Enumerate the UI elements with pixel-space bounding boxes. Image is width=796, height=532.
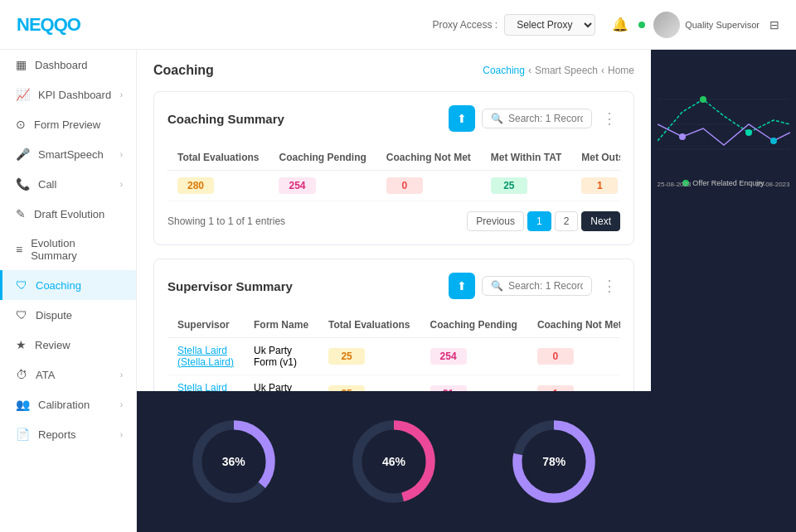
kpi-icon: 📈 [16, 88, 30, 101]
cell-met-outside-tat: 1 [571, 171, 620, 201]
filter-icon[interactable]: ⊟ [769, 18, 779, 31]
coaching-summary-table: Total Evaluations Coaching Pending Coach… [167, 145, 620, 201]
donut-2-label: 46% [382, 455, 405, 468]
sidebar-item-calibration[interactable]: 👥 Calibration › [0, 389, 136, 419]
donut-1: 36% [192, 420, 275, 503]
dashboard-icon: ▦ [16, 58, 27, 71]
badge-coaching-not-met: 0 [386, 177, 423, 194]
coaching-summary-header: Coaching Summary ⬆ 🔍 ⋮ [167, 105, 620, 132]
breadcrumb: Coaching ‹ Smart Speech ‹ Home [483, 65, 634, 76]
review-icon: ★ [16, 338, 27, 351]
sup-col-total-evals: Total Evaluations [318, 312, 420, 338]
page-2-button[interactable]: 2 [555, 211, 579, 231]
breadcrumb-smartspeech[interactable]: Smart Speech [535, 65, 598, 76]
badge-total-evals: 280 [177, 177, 214, 194]
sidebar-label-evolution: Evolution Summary [31, 237, 123, 262]
page-header: Coaching Coaching ‹ Smart Speech ‹ Home [153, 63, 634, 78]
coaching-pagination-btns: Previous 1 2 Next [467, 211, 620, 231]
evolution-icon: ≡ [16, 243, 22, 256]
supervisor-more-button[interactable]: ⋮ [599, 275, 620, 297]
sup-col-coaching-not-met: Coaching Not Met [527, 312, 620, 338]
donut-2: 46% [352, 420, 435, 503]
coaching-search-icon: 🔍 [491, 113, 503, 124]
breadcrumb-sep2: ‹ [601, 65, 604, 76]
top-bar: NEQQO Proxy Access : Select Proxy 🔔 Qual… [0, 0, 796, 50]
supervisor-search-box[interactable]: 🔍 [482, 276, 592, 296]
sidebar-label-dashboard: Dashboard [35, 59, 88, 71]
sup-cell-form-1: Uk Party Form (v1) [244, 338, 318, 375]
supervisor-row-1: Stella Laird (Stella.Laird) Uk Party For… [167, 338, 620, 375]
page-1-button[interactable]: 1 [527, 211, 551, 231]
sidebar: ▦ Dashboard 📈 KPI Dashboard › ⊙ Form Pre… [0, 50, 137, 532]
coaching-summary-card: Coaching Summary ⬆ 🔍 ⋮ Total Evaluations [153, 91, 634, 245]
sidebar-item-smartspeech[interactable]: 🎤 SmartSpeech › [0, 139, 136, 169]
col-coaching-pending: Coaching Pending [269, 145, 376, 171]
svg-point-10 [745, 129, 752, 136]
sup-cell-supervisor-1: Stella Laird (Stella.Laird) [167, 338, 244, 375]
cell-coaching-pending: 254 [269, 171, 376, 201]
proxy-select[interactable]: Select Proxy [504, 14, 595, 36]
sidebar-item-kpi[interactable]: 📈 KPI Dashboard › [0, 80, 136, 109]
sup-badge-total-1: 25 [328, 348, 365, 365]
reports-arrow: › [120, 430, 123, 439]
draft-icon: ✎ [16, 207, 26, 220]
sidebar-item-call[interactable]: 📞 Call › [0, 169, 136, 199]
cell-coaching-not-met: 0 [376, 171, 481, 201]
sidebar-item-ata[interactable]: ⏱ ATA › [0, 360, 136, 389]
previous-button[interactable]: Previous [467, 211, 524, 231]
svg-point-9 [700, 96, 706, 103]
sidebar-label-review: Review [35, 339, 70, 351]
col-met-outside-tat: Met Outside TAT [571, 145, 620, 171]
sup-badge-not-met-1: 0 [537, 348, 574, 365]
supervisor-share-button[interactable]: ⬆ [449, 273, 475, 299]
status-dot [638, 22, 645, 28]
badge-met-outside-tat: 1 [581, 177, 618, 194]
sidebar-item-dispute[interactable]: 🛡 Dispute [0, 300, 136, 330]
page-title: Coaching [153, 63, 214, 78]
avatar [653, 12, 680, 38]
supervisor-search-input[interactable] [508, 280, 583, 292]
proxy-label: Proxy Access : [432, 19, 498, 31]
sidebar-item-review[interactable]: ★ Review [0, 330, 136, 360]
sidebar-item-evolution[interactable]: ≡ Evolution Summary [0, 229, 136, 270]
coaching-pagination-row: Showing 1 to 1 of 1 entries Previous 1 2… [167, 211, 620, 231]
coaching-search-box[interactable]: 🔍 [482, 109, 592, 128]
sup-cell-total-1: 25 [318, 338, 420, 375]
coaching-more-button[interactable]: ⋮ [599, 108, 620, 129]
bell-icon[interactable]: 🔔 [612, 17, 629, 32]
sidebar-item-dashboard[interactable]: ▦ Dashboard [0, 50, 136, 80]
cell-total-evals: 280 [167, 171, 269, 201]
chart-date-1: 25-08-2023 [658, 181, 692, 188]
col-total-evals: Total Evaluations [167, 145, 269, 171]
supervisor-summary-title: Supervisor Summary [167, 279, 293, 293]
sidebar-item-form[interactable]: ⊙ Form Preview [0, 109, 136, 139]
sidebar-label-kpi: KPI Dashboard [38, 89, 111, 101]
supervisor-summary-header: Supervisor Summary ⬆ 🔍 ⋮ [167, 273, 620, 299]
smartspeech-arrow: › [120, 150, 123, 159]
coaching-search-input[interactable] [508, 113, 583, 124]
user-label: Quality Supervisor [685, 20, 760, 30]
donut-3-label: 78% [542, 455, 565, 468]
breadcrumb-coaching[interactable]: Coaching [483, 65, 525, 76]
next-button[interactable]: Next [581, 211, 620, 231]
sup-col-coaching-pending: Coaching Pending [420, 312, 527, 338]
donut-2-wrap: 46% [352, 420, 435, 503]
supervisor-link-1[interactable]: Stella Laird (Stella.Laird) [177, 345, 234, 368]
coaching-summary-title: Coaching Summary [167, 112, 284, 126]
coaching-summary-table-wrap: Total Evaluations Coaching Pending Coach… [167, 145, 620, 201]
breadcrumb-home[interactable]: Home [608, 65, 634, 76]
right-chart-panel: 25-08-2023 25-08-2023 Offer Related Enqu… [651, 50, 796, 532]
form-icon: ⊙ [16, 118, 26, 131]
smartspeech-icon: 🎤 [16, 148, 30, 161]
sidebar-item-draft[interactable]: ✎ Draft Evolution [0, 199, 136, 229]
badge-coaching-pending: 254 [279, 177, 315, 194]
bottom-charts-area: 36% 46% 78% [137, 391, 651, 532]
coaching-share-button[interactable]: ⬆ [449, 105, 475, 132]
svg-point-12 [770, 138, 777, 144]
chart-line-area: 25-08-2023 25-08-2023 [658, 75, 790, 174]
col-met-within-tat: Met Within TAT [481, 145, 571, 171]
sidebar-item-coaching[interactable]: 🛡 Coaching [0, 270, 136, 300]
supervisor-summary-actions: ⬆ 🔍 ⋮ [449, 273, 620, 299]
sidebar-label-calibration: Calibration [38, 399, 90, 411]
sidebar-item-reports[interactable]: 📄 Reports › [0, 419, 136, 449]
